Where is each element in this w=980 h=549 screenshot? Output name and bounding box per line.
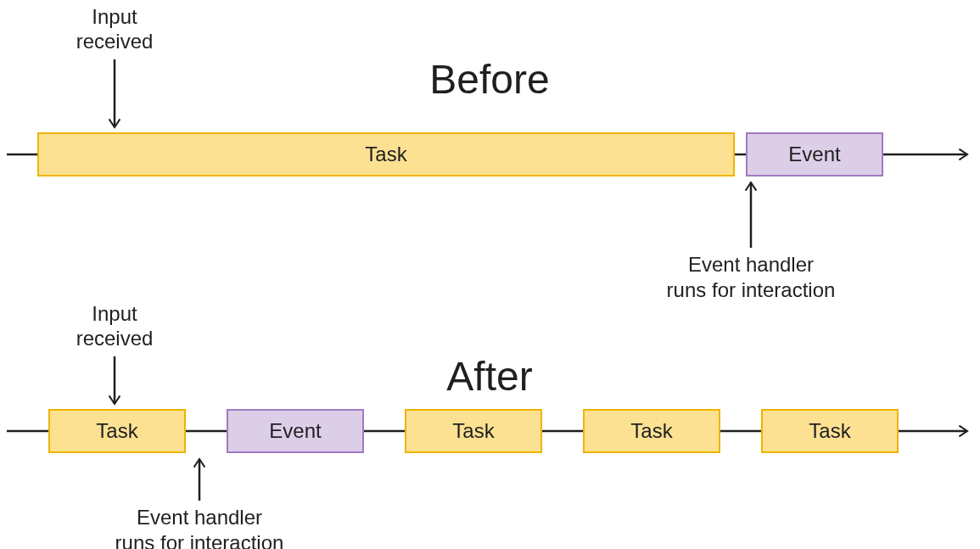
after-task3-label: Task <box>630 419 673 442</box>
after-handler-label-line1: Event handler <box>137 506 262 529</box>
before-section: Before Input received Task Event Event h… <box>7 5 967 301</box>
before-title: Before <box>429 57 549 102</box>
diagram-root: Before Input received Task Event Event h… <box>0 0 980 549</box>
after-title: After <box>446 354 532 399</box>
before-handler-label-line1: Event handler <box>688 253 814 276</box>
after-event-label: Event <box>269 419 322 442</box>
before-input-label-line1: Input <box>92 5 137 28</box>
before-input-label-line2: received <box>76 30 154 53</box>
after-input-label-line1: Input <box>92 302 137 325</box>
after-handler-label-line2: runs for interaction <box>115 531 284 549</box>
before-task-label: Task <box>365 143 407 165</box>
after-task4-label: Task <box>809 419 851 442</box>
after-task2-label: Task <box>452 419 495 442</box>
before-handler-label-line2: runs for interaction <box>667 278 836 301</box>
after-task1-label: Task <box>96 419 138 442</box>
after-section: After Input received Task Event Task Tas… <box>7 302 967 549</box>
before-event-label: Event <box>788 143 841 165</box>
after-input-label-line2: received <box>76 327 154 350</box>
